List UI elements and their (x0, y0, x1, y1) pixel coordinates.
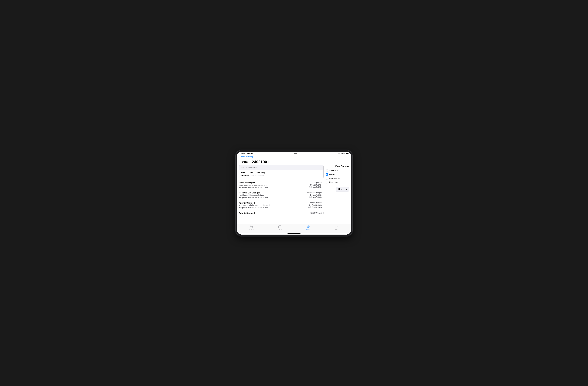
radio-option-summary[interactable]: Summary (326, 169, 349, 172)
svg-rect-2 (337, 189, 338, 190)
battery-percent: 100% (341, 153, 345, 154)
history-item-right: Priority Changed Cr: Feb 23, 2024 Md: Fe… (308, 202, 324, 208)
projects-icon (250, 225, 253, 228)
history-md-date: Md: Mar 8, 2024 (309, 186, 322, 188)
history-item-right-content: Reporters Changdd Cr: Mar 7, 2024 Md: Ma… (306, 192, 322, 198)
history-item-right: Assignment Cr: Mar 8, 2024 Md: Mar 8, 20… (309, 182, 324, 188)
history-category: Reporters Changdd (306, 192, 322, 194)
dot2 (295, 153, 296, 154)
svg-point-15 (337, 226, 338, 227)
svg-point-16 (336, 226, 336, 226)
battery-icon (346, 153, 349, 154)
left-content: ISSUE INFORMATION Title: Add Issue Prior… (239, 165, 324, 224)
subtitle-label: Subtitle: (241, 175, 250, 177)
history-item[interactable]: Reporter List Changed by either addition… (239, 190, 324, 200)
radio-option-attachments[interactable]: Attachments (326, 177, 349, 180)
svg-point-18 (338, 226, 338, 226)
radio-circle-reporters[interactable] (326, 181, 328, 183)
radio-label-history: History (329, 173, 336, 175)
chevron-right-icon: › (323, 194, 324, 196)
history-item-title: Priority Changed (239, 202, 308, 204)
issue-info-body: Title: Add Issue Priority Subtitle: shor… (239, 170, 323, 178)
tab-bar: Projects Journal (237, 224, 351, 233)
svg-rect-3 (339, 189, 340, 190)
right-sidebar: View Options Summary History Attachments (326, 165, 349, 224)
radio-option-history[interactable]: History (326, 173, 349, 176)
history-item[interactable]: Priority Changed The issue's priority ha… (239, 200, 324, 210)
chevron-right-icon: › (323, 183, 324, 186)
tab-more-label: More (336, 229, 338, 230)
main-layout: ISSUE INFORMATION Title: Add Issue Prior… (237, 165, 351, 224)
history-item-desc: Issue assigned to new component (239, 184, 309, 186)
history-item-target: Target(s): macOS 14+ and iOS 17+ (239, 196, 306, 199)
history-category: Priority Changed (308, 202, 322, 204)
history-md-date: Md: Feb 23, 2024 (308, 206, 322, 208)
svg-rect-1 (339, 188, 340, 189)
history-item-right-content: Priority Changed (310, 212, 324, 214)
home-indicator (288, 233, 300, 234)
history-item-title: Priority Changed (239, 212, 310, 214)
dot1 (294, 153, 295, 154)
history-item-right: Reporters Changdd Cr: Mar 7, 2024 Md: Ma… (306, 192, 324, 198)
radio-label-attachments: Attachments (329, 177, 340, 179)
history-md-date: Md: Mar 7, 2024 (306, 196, 322, 198)
status-center-dots (294, 153, 297, 154)
history-item-desc: by either additions or deletions (239, 194, 306, 196)
history-cr-date: Cr: Mar 7, 2024 (306, 194, 322, 196)
wifi-icon (338, 153, 340, 154)
nav-bar: ‹ Issue Tracking (237, 155, 351, 159)
back-chevron-icon: ‹ (239, 156, 240, 158)
page-title-section: Issue: 24021901 (237, 159, 351, 165)
screen: 3:10 PM Fri Mar 8 100% (237, 152, 351, 235)
back-button[interactable]: ‹ Issue Tracking (239, 156, 253, 158)
radio-option-reporters[interactable]: Reporters (326, 181, 349, 183)
subtitle-field[interactable]: Subtitle: short description (241, 175, 322, 177)
svg-point-19 (338, 227, 338, 227)
actions-label: Actions (341, 188, 347, 190)
tab-projects[interactable]: Projects (237, 225, 265, 231)
app-content: ‹ Issue Tracking Issue: 24021901 ISSUE I… (237, 155, 351, 235)
history-item-title: Reporter List Changed (239, 192, 306, 194)
more-icon (335, 225, 338, 228)
history-item-left: Priority Changed The issue's priority ha… (239, 202, 308, 209)
history-list: Issue Reassigned Issue assigned to new c… (239, 180, 324, 216)
tab-issues[interactable]: Issues (294, 225, 323, 231)
issue-info-header: ISSUE INFORMATION (239, 165, 323, 170)
history-item-desc: The issue's priority has been changed (239, 204, 308, 206)
tab-projects-label: Projects (249, 229, 253, 230)
history-item-right: Priority Changed (310, 212, 324, 214)
history-item[interactable]: Issue Reassigned Issue assigned to new c… (239, 180, 324, 190)
title-field: Title: Add Issue Priority (241, 171, 322, 173)
history-category: Assignment (309, 182, 322, 183)
history-item-right-content: Assignment Cr: Mar 8, 2024 Md: Mar 8, 20… (309, 182, 322, 188)
radio-circle-history[interactable] (326, 173, 328, 176)
side-button-top (352, 176, 352, 184)
issue-info-card: ISSUE INFORMATION Title: Add Issue Prior… (239, 165, 324, 178)
svg-point-10 (308, 226, 308, 227)
actions-grid-icon (337, 188, 340, 190)
history-item-right-content: Priority Changed Cr: Feb 23, 2024 Md: Fe… (308, 202, 322, 208)
svg-point-13 (336, 226, 336, 227)
ipad-device: 3:10 PM Fri Mar 8 100% (236, 150, 352, 236)
status-time: 3:10 PM Fri Mar 8 (239, 153, 253, 154)
tab-journal-label: Journal (278, 229, 282, 230)
history-cr-date: Cr: Feb 23, 2024 (308, 204, 322, 206)
history-item[interactable]: Priority Changed Priority Changed (239, 210, 324, 216)
dot3 (296, 153, 297, 154)
history-item-title: Issue Reassigned (239, 182, 309, 184)
history-cr-date: Cr: Mar 8, 2024 (309, 184, 322, 186)
title-label: Title: (241, 171, 250, 173)
history-item-target: Target(s): macOS 14+ and iOS 17+ (239, 186, 309, 188)
svg-rect-5 (250, 227, 251, 227)
radio-circle-summary[interactable] (326, 169, 328, 172)
history-category: Priority Changed (310, 212, 324, 214)
journal-icon (278, 225, 281, 228)
status-right: 100% (338, 153, 349, 154)
tab-more[interactable]: More (323, 225, 351, 231)
actions-button[interactable]: Actions (336, 187, 349, 192)
tab-journal[interactable]: Journal (265, 225, 294, 231)
radio-label-summary: Summary (329, 169, 337, 172)
radio-circle-attachments[interactable] (326, 177, 328, 180)
svg-rect-7 (252, 227, 252, 227)
issues-icon (307, 225, 310, 228)
